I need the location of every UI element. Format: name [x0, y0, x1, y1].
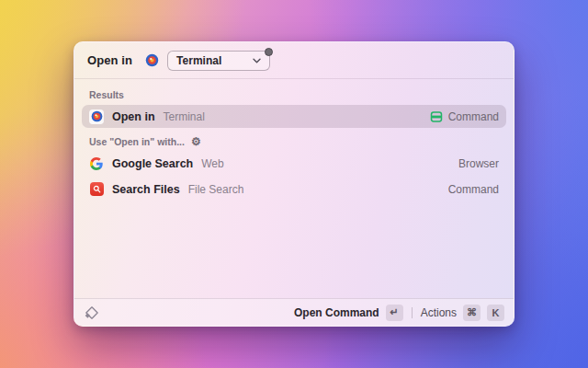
result-title: Google Search	[112, 157, 193, 170]
return-key-badge: ↵	[386, 305, 403, 321]
gear-icon[interactable]: ⚙	[191, 136, 201, 147]
command-header: Open in Terminal	[74, 42, 514, 79]
section-use-with: Use "Open in" with... ⚙	[82, 131, 506, 152]
terminal-dropdown[interactable]: Terminal	[167, 51, 270, 71]
k-key-badge: K	[487, 305, 504, 321]
footer-actions: Open Command ↵ Actions ⌘ K	[294, 305, 504, 321]
section-results: Results	[82, 84, 506, 105]
open-in-icon	[145, 53, 159, 67]
google-icon	[89, 156, 104, 171]
result-row-open-in[interactable]: Open in Terminal Command	[82, 105, 506, 128]
results-list: Results Open in Terminal	[74, 79, 514, 201]
section-use-with-label: Use "Open in" with...	[89, 136, 185, 147]
result-accessory: Browser	[458, 157, 499, 170]
accessory-label: Command	[448, 110, 499, 123]
dropdown-notification-badge	[265, 48, 273, 56]
accessory-label: Command	[448, 183, 499, 196]
result-title: Open in	[112, 110, 155, 123]
footer-bar: Open Command ↵ Actions ⌘ K	[74, 298, 514, 326]
launcher-window: Open in Terminal Results	[74, 41, 514, 327]
open-in-row-icon	[89, 109, 104, 124]
raycast-logo-icon	[84, 305, 100, 321]
command-key-badge: ⌘	[463, 305, 481, 321]
actions-button[interactable]: Actions	[421, 306, 457, 319]
magnifier-icon	[93, 185, 101, 193]
chevron-down-icon	[253, 58, 261, 63]
result-row-search-files[interactable]: Search Files File Search Command	[82, 178, 506, 201]
search-files-icon	[89, 182, 104, 197]
result-accessory: Command	[430, 110, 499, 123]
dropdown-selected-value: Terminal	[176, 54, 221, 67]
command-title: Open in	[87, 53, 132, 67]
primary-action-label[interactable]: Open Command	[294, 306, 379, 319]
result-subtitle: File Search	[188, 183, 244, 196]
footer-divider	[412, 307, 413, 318]
section-results-label: Results	[89, 89, 124, 100]
desktop-background: Open in Terminal Results	[0, 0, 588, 368]
result-accessory: Command	[448, 183, 499, 196]
result-title: Search Files	[112, 183, 180, 196]
command-terminal-icon	[430, 110, 443, 123]
result-subtitle: Web	[201, 157, 223, 170]
open-in-icon	[89, 109, 104, 124]
result-row-google-search[interactable]: Google Search Web Browser	[82, 152, 506, 175]
result-subtitle: Terminal	[164, 110, 205, 123]
accessory-label: Browser	[458, 157, 499, 170]
